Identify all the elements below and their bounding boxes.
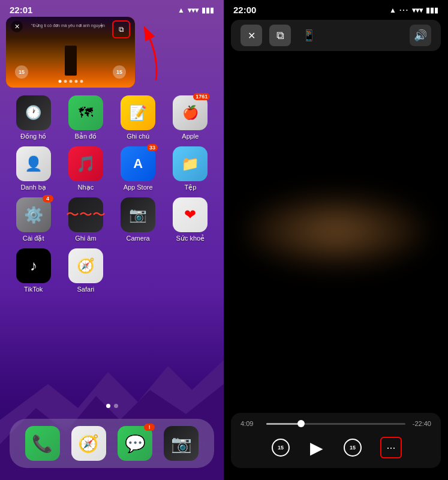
- progress-bar-container: 4:09 -22:40: [240, 420, 431, 427]
- progress-fill: [266, 423, 301, 425]
- app-icon-tep[interactable]: 📁 Tệp: [167, 146, 214, 191]
- left-status-bar: 22:01 ▲ ▾▾▾ ▮▮▮: [0, 0, 224, 17]
- app-label-nhac: Nhạc: [78, 184, 94, 191]
- app-label-apple: Apple: [182, 133, 199, 140]
- right-dots-icon: ···: [399, 6, 409, 14]
- red-arrow: [132, 26, 165, 86]
- skip-back-circle: 15: [272, 439, 290, 457]
- mini-player-progress-dots: [58, 80, 83, 83]
- mini-player-close-btn[interactable]: ✕: [11, 20, 23, 32]
- app-label-caidat: Cài đặt: [23, 235, 44, 242]
- app-icon-img-danhba: 👤: [16, 146, 51, 181]
- app-label-tiktok: TikTok: [24, 286, 43, 293]
- app-label-bandodo: Bản đồ: [75, 133, 97, 140]
- app-label-dongho: Đồng hồ: [20, 133, 46, 140]
- volume-btn[interactable]: 🔊: [410, 25, 431, 46]
- app-icon-img-suckhoe: ❤: [173, 197, 208, 232]
- app-label-camera: Camera: [127, 235, 150, 242]
- app-icon-safari[interactable]: 🧭 Safari: [62, 248, 109, 293]
- bottom-player-bar: 4:09 -22:40 15 ▶ 15: [231, 413, 441, 468]
- dock: 📞 🧭 💬 ! 📷: [10, 419, 214, 468]
- app-label-safari: Safari: [77, 286, 95, 293]
- skip-forward-circle: 15: [344, 439, 362, 457]
- dock-messages-icon[interactable]: 💬 !: [118, 426, 152, 461]
- skip-forward-btn[interactable]: 15: [342, 437, 363, 458]
- app-label-ghichu: Ghi chú: [127, 133, 149, 140]
- app-icon-dongho[interactable]: 🕐 Đồng hồ: [10, 95, 57, 140]
- battery-icon: ▮▮▮: [202, 6, 214, 14]
- progress-track[interactable]: [266, 423, 405, 425]
- app-icon-img-bandodo: 🗺: [68, 95, 103, 130]
- app-icon-bandodo[interactable]: 🗺 Bản đồ: [62, 95, 109, 140]
- app-icon-img-caidat: ⚙️ 4: [16, 197, 51, 232]
- current-time: 4:09: [240, 420, 261, 427]
- left-phone-screen: 22:01 ▲ ▾▾▾ ▮▮▮ "Đừng ti có đơn mà yêu n…: [0, 0, 224, 480]
- dock-camera-icon[interactable]: 📷: [164, 426, 199, 461]
- right-time: 22:00: [233, 5, 256, 15]
- app-icon-img-tiktok: ♪: [16, 248, 51, 283]
- app-icon-caidat[interactable]: ⚙️ 4 Cài đặt: [10, 197, 57, 242]
- app-label-tep: Tệp: [184, 184, 196, 191]
- mini-player-figure: [65, 46, 77, 76]
- app-icon-img-safari: 🧭: [68, 248, 103, 283]
- app-icon-danhba[interactable]: 👤 Danh bạ: [10, 146, 57, 191]
- app-icon-appstore[interactable]: A 33 App Store: [115, 146, 162, 191]
- dock-messages-badge: !: [144, 424, 155, 431]
- play-btn[interactable]: ▶: [303, 434, 330, 461]
- close-btn[interactable]: ✕: [240, 25, 262, 46]
- controls-bar: ✕ ⧉ 📱 🔊: [231, 20, 441, 51]
- dock-phone-icon[interactable]: 📞: [25, 426, 60, 461]
- page-dot-1: [106, 404, 110, 408]
- app-badge-caidat: 4: [43, 195, 53, 202]
- page-dot-2: [114, 404, 118, 408]
- pip-mode-btn[interactable]: ⧉: [269, 25, 291, 46]
- mini-player-skip-back-btn[interactable]: 15: [15, 65, 28, 79]
- app-icon-apple[interactable]: 🍎 1761 Apple: [167, 95, 214, 140]
- app-icon-img-ghiam: 〜〜〜: [68, 197, 103, 232]
- video-blur-bg: [246, 195, 426, 267]
- mini-player-expand-btn[interactable]: ⧉: [112, 20, 130, 38]
- app-badge-appstore: 33: [147, 144, 158, 151]
- right-wifi-icon: ▾▾▾: [412, 6, 423, 14]
- remaining-time: -22:40: [410, 420, 431, 427]
- dock-safari-icon[interactable]: 🧭: [71, 426, 106, 461]
- more-btn[interactable]: ···: [380, 437, 402, 458]
- phone-view-btn[interactable]: 📱: [298, 25, 320, 46]
- mini-player-skip-forward-btn[interactable]: 15: [113, 65, 126, 79]
- app-icon-nhac[interactable]: 🎵 Nhạc: [62, 146, 109, 191]
- app-icon-img-ghichu: 📝: [121, 95, 155, 130]
- app-icon-tiktok[interactable]: ♪ TikTok: [10, 248, 57, 293]
- video-area: [224, 53, 448, 408]
- app-icon-img-appstore: A 33: [121, 146, 155, 181]
- app-icon-suckhoe[interactable]: ❤ Sức khoẻ: [167, 197, 214, 242]
- right-status-bar: 22:00 ▲ ··· ▾▾▾ ▮▮▮: [224, 0, 448, 17]
- location-icon: ▲: [178, 6, 185, 14]
- app-icon-img-tep: 📁: [173, 146, 208, 181]
- app-label-suckhoe: Sức khoẻ: [176, 235, 205, 242]
- right-phone-screen: 22:00 ▲ ··· ▾▾▾ ▮▮▮ ✕ ⧉ 📱 🔊 4:09: [224, 0, 448, 480]
- playback-controls: 15 ▶ 15 ···: [240, 434, 431, 461]
- app-badge-apple: 1761: [193, 93, 210, 100]
- progress-thumb[interactable]: [297, 420, 305, 427]
- page-indicator: [106, 404, 118, 408]
- mini-player-text: "Đừng ti có đơn mà yêu nơi anh nguyện: [25, 23, 111, 28]
- mini-player[interactable]: "Đừng ti có đơn mà yêu nơi anh nguyện 15…: [6, 17, 135, 88]
- app-icon-img-camera: 📷: [121, 197, 155, 232]
- app-icon-img-apple: 🍎 1761: [173, 95, 208, 130]
- skip-back-btn[interactable]: 15: [270, 437, 291, 458]
- left-time: 22:01: [10, 5, 32, 15]
- app-icon-img-nhac: 🎵: [68, 146, 103, 181]
- app-label-appstore: App Store: [124, 184, 153, 191]
- wifi-icon: ▾▾▾: [188, 6, 199, 14]
- app-icon-img-dongho: 🕐: [16, 95, 51, 130]
- right-battery-icon: ▮▮▮: [426, 6, 438, 14]
- app-icon-camera[interactable]: 📷 Camera: [115, 197, 162, 242]
- right-location-icon: ▲: [389, 6, 396, 14]
- app-label-danhba: Danh bạ: [20, 184, 46, 191]
- app-icon-ghichu[interactable]: 📝 Ghi chú: [115, 95, 162, 140]
- right-status-icons: ▲ ··· ▾▾▾ ▮▮▮: [389, 6, 438, 14]
- left-status-icons: ▲ ▾▾▾ ▮▮▮: [178, 6, 214, 14]
- app-icon-ghiam[interactable]: 〜〜〜 Ghi âm: [62, 197, 109, 242]
- app-label-ghiam: Ghi âm: [75, 235, 96, 242]
